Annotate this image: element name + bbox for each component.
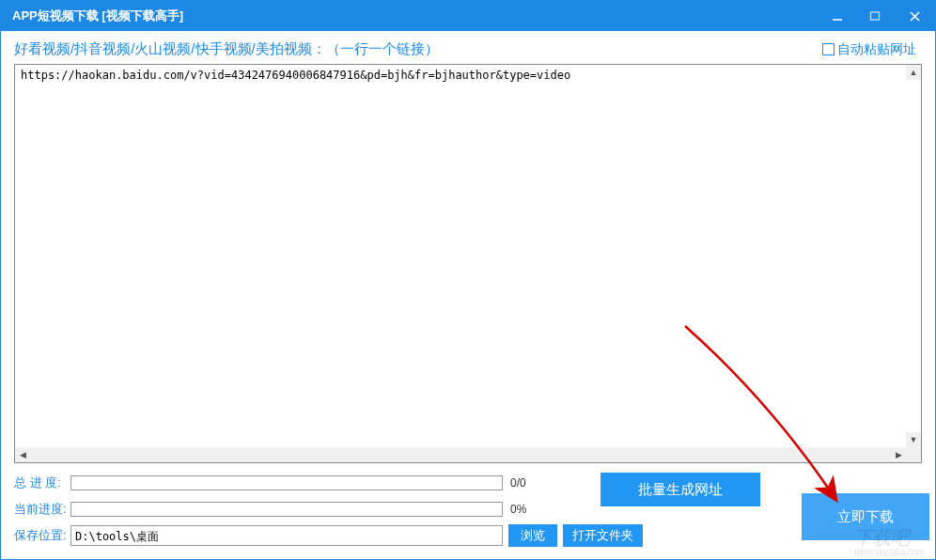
total-progress-bar [70, 475, 503, 490]
save-path-input[interactable]: D:\tools\桌面 [70, 525, 503, 546]
svg-rect-1 [871, 12, 880, 20]
save-path-row: 保存位置: D:\tools\桌面 浏览 打开文件夹 [14, 525, 922, 546]
total-progress-row: 总 进 度: 0/0 [14, 473, 922, 493]
content-area: 好看视频/抖音视频/火山视频/快手视频/美拍视频：（一行一个链接） 自动粘贴网址… [1, 31, 935, 559]
window-title: APP短视频下载 [视频下载高手] [12, 8, 183, 24]
current-progress-label: 当前进度: [14, 501, 70, 518]
url-textarea[interactable]: https://haokan.baidu.com/v?vid=434247694… [14, 64, 922, 463]
header-row: 好看视频/抖音视频/火山视频/快手视频/美拍视频：（一行一个链接） 自动粘贴网址 [14, 40, 922, 58]
close-button[interactable] [894, 1, 935, 31]
total-progress-label: 总 进 度: [14, 474, 70, 491]
total-progress-text: 0/0 [510, 476, 548, 490]
open-folder-button[interactable]: 打开文件夹 [563, 524, 643, 547]
minimize-button[interactable] [819, 1, 856, 31]
bottom-controls: 总 进 度: 0/0 当前进度: 0% 保存位置: D:\tools\桌面 浏览… [14, 473, 922, 552]
auto-paste-label: 自动粘贴网址 [837, 41, 916, 58]
scroll-left-icon[interactable]: ◀ [15, 447, 30, 462]
browse-button[interactable]: 浏览 [508, 524, 557, 547]
scroll-down-icon[interactable]: ▼ [906, 432, 921, 447]
current-progress-text: 0% [510, 503, 548, 516]
title-bar: APP短视频下载 [视频下载高手] [1, 1, 935, 31]
scroll-up-icon[interactable]: ▲ [906, 65, 921, 80]
maximize-button[interactable] [856, 1, 894, 31]
auto-paste-checkbox[interactable]: 自动粘贴网址 [822, 41, 916, 58]
scrollbar-horizontal[interactable] [30, 447, 891, 462]
download-now-button[interactable]: 立即下载 [802, 493, 929, 540]
url-text-content: https://haokan.baidu.com/v?vid=434247694… [15, 65, 921, 86]
scroll-corner [906, 447, 921, 462]
save-path-label: 保存位置: [14, 527, 70, 544]
current-progress-row: 当前进度: 0% [14, 499, 922, 520]
scroll-right-icon[interactable]: ▶ [891, 447, 906, 462]
app-window: APP短视频下载 [视频下载高手] 好看视频/抖音视频/火山视频/快手视频/美拍… [0, 0, 936, 560]
sources-label: 好看视频/抖音视频/火山视频/快手视频/美拍视频：（一行一个链接） [14, 40, 822, 58]
checkbox-icon [822, 43, 835, 55]
current-progress-bar [70, 502, 503, 517]
batch-generate-button[interactable]: 批量生成网址 [601, 473, 760, 506]
